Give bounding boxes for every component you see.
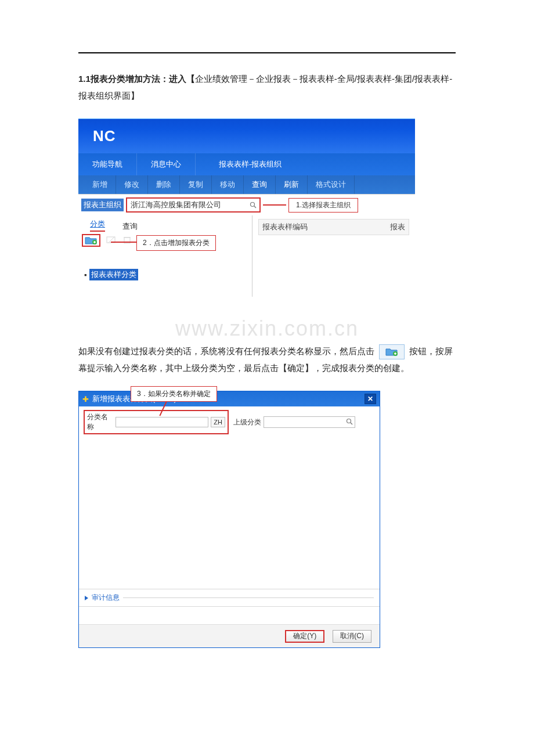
org-input[interactable]: 浙江海高控股集团有限公司 <box>126 197 261 213</box>
category-name-field-wrap: 分类名称 ZH <box>84 410 229 434</box>
toolbar-edit[interactable]: 修改 <box>116 175 148 194</box>
toolbar-delete[interactable]: 删除 <box>148 175 180 194</box>
callout-connector <box>263 204 286 206</box>
svg-line-7 <box>351 423 352 424</box>
tree-item[interactable]: ▪ 报表表样分类 <box>84 269 252 280</box>
dialog-titlebar: ✚ 新增报表表样分类(Alt+N) ✕ <box>79 391 380 406</box>
tab-report-template[interactable]: 报表表样-报表组织 <box>196 153 305 175</box>
subtab-category[interactable]: 分类 <box>90 219 105 232</box>
callout-2: 2．点击增加报表分类 <box>136 235 216 251</box>
subtab-query[interactable]: 查询 <box>122 221 138 232</box>
doc-paragraph-2: 如果没有创建过报表分类的话，系统将没有任何报表分类名称显示，然后点击 按钮，按屏… <box>78 343 456 376</box>
doc-title-bold: 1.1报表分类增加方法：进入【 <box>78 74 195 84</box>
search-icon[interactable] <box>346 418 353 427</box>
svg-point-0 <box>251 203 255 207</box>
toolbar-format-design[interactable]: 格式设计 <box>308 175 355 194</box>
cancel-button[interactable]: 取消(C) <box>333 630 371 643</box>
plus-icon: ✚ <box>82 395 89 404</box>
ok-button[interactable]: 确定(Y) <box>285 630 324 643</box>
main-tab-bar: 功能导航 消息中心 报表表样-报表组织 <box>78 153 415 175</box>
callout-3: 3．如果分类名称并确定 <box>131 386 217 402</box>
folder-add-icon <box>85 236 98 245</box>
app-banner: NC <box>78 118 415 153</box>
category-name-label: 分类名称 <box>87 412 113 432</box>
tree-item-label: 报表表样分类 <box>89 269 138 280</box>
nc-logo: NC <box>93 127 116 145</box>
top-rule <box>78 52 456 53</box>
parent-category-input[interactable] <box>264 416 355 428</box>
add-category-button[interactable] <box>82 234 100 247</box>
callout2-connector <box>111 242 136 243</box>
lang-zh-button[interactable]: ZH <box>211 417 225 427</box>
org-input-value: 浙江海高控股集团有限公司 <box>131 200 221 210</box>
svg-line-1 <box>254 206 256 208</box>
right-panel: 报表表样编码 报表 <box>252 215 415 297</box>
audit-info-label: 审计信息 <box>92 593 120 603</box>
parent-category-label: 上级分类 <box>233 417 261 427</box>
col-code: 报表表样编码 <box>262 222 308 232</box>
table-header: 报表表样编码 报表 <box>258 219 409 235</box>
watermark: www.zixin.com.cn <box>78 316 456 341</box>
col-report: 报表 <box>390 222 405 232</box>
dialog-footer: 确定(Y) 取消(C) <box>79 624 380 647</box>
svg-point-6 <box>347 419 351 423</box>
inline-folder-add-icon <box>379 344 405 359</box>
edit-icon[interactable] <box>106 236 117 246</box>
callout-1: 1.选择报表主组织 <box>288 198 358 213</box>
left-panel: 分类 查询 <box>78 215 252 297</box>
tab-message-center[interactable]: 消息中心 <box>137 153 196 175</box>
close-button[interactable]: ✕ <box>365 394 376 404</box>
toolbar-query[interactable]: 查询 <box>244 175 276 194</box>
doc-paragraph-1: 1.1报表分类增加方法：进入【企业绩效管理－企业报表－报表表样-全局/报表表样-… <box>78 71 456 104</box>
org-label: 报表主组织 <box>81 199 124 211</box>
divider <box>123 597 374 598</box>
toolbar-move[interactable]: 移动 <box>212 175 244 194</box>
new-category-dialog: ✚ 新增报表表样分类(Alt+N) ✕ 分类名称 ZH 上级分类 <box>78 391 380 648</box>
toolbar-new[interactable]: 新增 <box>84 175 116 194</box>
toolbar-refresh[interactable]: 刷新 <box>276 175 308 194</box>
toolbar-copy[interactable]: 复制 <box>180 175 212 194</box>
tab-function-nav[interactable]: 功能导航 <box>78 153 137 175</box>
delete-icon[interactable] <box>122 236 132 246</box>
bullet-icon: ▪ <box>84 271 87 279</box>
expand-triangle-icon <box>85 596 88 600</box>
toolbar: 新增 修改 删除 复制 移动 查询 刷新 格式设计 <box>78 175 415 194</box>
search-icon[interactable] <box>248 200 258 210</box>
para2-a: 如果没有创建过报表分类的话，系统将没有任何报表分类名称显示，然后点击 <box>78 346 374 356</box>
audit-info-expander[interactable]: 审计信息 <box>79 589 380 607</box>
screenshot-nc-app: NC 功能导航 消息中心 报表表样-报表组织 新增 修改 删除 复制 移动 查询… <box>78 118 415 297</box>
org-row: 报表主组织 浙江海高控股集团有限公司 1.选择报表主组织 <box>78 195 415 215</box>
subtabs: 分类 查询 <box>78 217 252 232</box>
category-name-input[interactable] <box>116 417 208 427</box>
